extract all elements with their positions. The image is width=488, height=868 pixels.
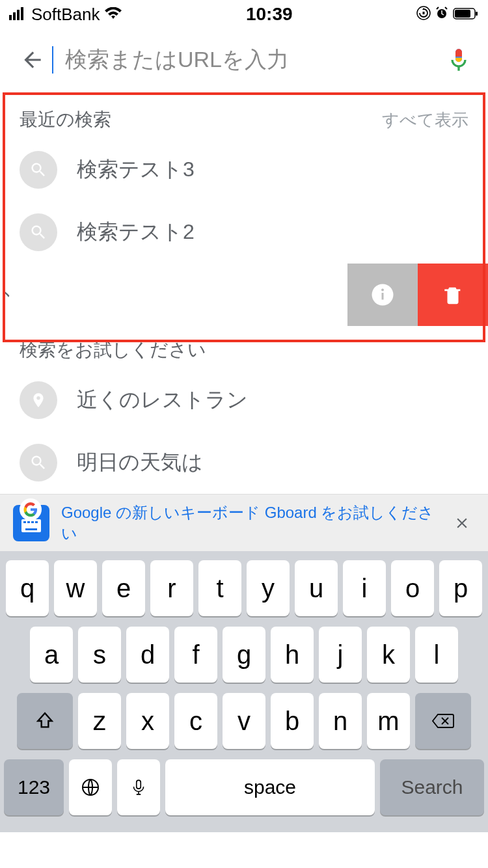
svg-point-12 — [381, 289, 384, 292]
key-h[interactable]: h — [271, 627, 314, 683]
svg-rect-9 — [476, 12, 478, 16]
keyboard-row-4: 123 space Search — [4, 759, 484, 815]
delete-button[interactable] — [418, 264, 488, 326]
key-mic[interactable] — [117, 759, 160, 815]
key-b[interactable]: b — [271, 693, 314, 749]
svg-rect-3 — [21, 7, 23, 20]
search-header — [0, 29, 488, 90]
key-space[interactable]: space — [165, 759, 375, 815]
keyboard-row-2: a s d f g h j k l — [4, 627, 484, 683]
key-g[interactable]: g — [223, 627, 265, 683]
svg-rect-14 — [23, 521, 26, 523]
key-x[interactable]: x — [126, 693, 169, 749]
info-button[interactable] — [347, 264, 418, 326]
status-time: 10:39 — [246, 4, 293, 25]
key-d[interactable]: d — [126, 627, 169, 683]
status-bar: SoftBank 10:39 — [0, 0, 488, 29]
rotation-lock-icon — [416, 5, 431, 25]
key-m[interactable]: m — [367, 693, 410, 749]
svg-rect-18 — [25, 528, 37, 530]
svg-rect-8 — [455, 10, 470, 18]
svg-rect-17 — [35, 521, 38, 523]
key-e[interactable]: e — [102, 560, 145, 616]
svg-rect-5 — [422, 12, 424, 14]
key-v[interactable]: v — [223, 693, 265, 749]
key-y[interactable]: y — [247, 560, 290, 616]
svg-rect-20 — [137, 780, 141, 789]
key-z[interactable]: z — [78, 693, 121, 749]
status-right — [416, 5, 479, 25]
signal-icon — [9, 5, 27, 25]
recent-search-item[interactable]: 検索テスト3 — [0, 139, 488, 201]
search-icon — [20, 151, 57, 189]
software-keyboard: q w e r t y u i o p a s d f g h j k l z … — [0, 551, 488, 832]
gboard-icon — [13, 505, 49, 541]
key-i[interactable]: i — [343, 560, 386, 616]
carrier-label: SoftBank — [31, 5, 100, 25]
recent-search-label: 検索テスト3 — [77, 156, 195, 184]
google-g-icon — [20, 498, 42, 521]
banner-text[interactable]: Google の新しいキーボード Gboard をお試しください — [61, 502, 449, 544]
banner-close-button[interactable] — [449, 510, 475, 536]
search-icon — [20, 444, 57, 481]
key-t[interactable]: t — [198, 560, 241, 616]
voice-search-button[interactable] — [442, 47, 475, 73]
key-q[interactable]: q — [6, 560, 49, 616]
key-l[interactable]: l — [415, 627, 458, 683]
swiped-item-label-fragment: ﾄ — [0, 264, 347, 326]
key-f[interactable]: f — [174, 627, 217, 683]
key-j[interactable]: j — [319, 627, 362, 683]
key-backspace[interactable] — [415, 693, 471, 749]
suggestions-header: 検索をお試しください — [0, 326, 488, 369]
key-s[interactable]: s — [78, 627, 121, 683]
key-w[interactable]: w — [54, 560, 97, 616]
alarm-icon — [435, 5, 449, 25]
back-button[interactable] — [13, 47, 52, 72]
keyboard-row-1: q w e r t y u i o p — [4, 560, 484, 616]
keyboard-row-3: z x c v b n m — [4, 693, 484, 749]
svg-rect-11 — [382, 293, 384, 300]
recent-searches-title: 最近の検索 — [20, 107, 111, 132]
suggestion-item[interactable]: 明日の天気は — [0, 431, 488, 494]
key-u[interactable]: u — [295, 560, 338, 616]
recent-search-label: 検索テスト2 — [77, 218, 195, 247]
svg-rect-16 — [31, 521, 34, 523]
svg-rect-0 — [9, 15, 12, 20]
key-r[interactable]: r — [150, 560, 193, 616]
key-c[interactable]: c — [174, 693, 217, 749]
search-input-wrapper[interactable] — [52, 46, 442, 74]
key-search[interactable]: Search — [380, 759, 484, 815]
recent-search-item-swiped[interactable]: ﾄ — [0, 264, 488, 326]
suggestion-item[interactable]: 近くのレストラン — [0, 369, 488, 431]
recent-searches-header: 最近の検索 すべて表示 — [0, 90, 488, 139]
suggestion-label: 近くのレストラン — [77, 386, 248, 414]
search-input[interactable] — [53, 47, 442, 72]
wifi-icon — [104, 5, 122, 25]
key-p[interactable]: p — [439, 560, 482, 616]
key-123[interactable]: 123 — [4, 759, 64, 815]
status-left: SoftBank — [9, 5, 122, 25]
show-all-button[interactable]: すべて表示 — [382, 109, 468, 131]
key-shift[interactable] — [17, 693, 73, 749]
suggestion-label: 明日の天気は — [77, 448, 203, 477]
pin-icon — [20, 381, 57, 419]
svg-rect-1 — [13, 12, 16, 20]
battery-icon — [453, 5, 479, 25]
key-o[interactable]: o — [391, 560, 434, 616]
svg-rect-15 — [27, 521, 30, 523]
suggestions-title: 検索をお試しください — [20, 338, 206, 362]
key-n[interactable]: n — [319, 693, 362, 749]
key-a[interactable]: a — [30, 627, 73, 683]
key-k[interactable]: k — [367, 627, 410, 683]
recent-search-item[interactable]: 検索テスト2 — [0, 201, 488, 264]
svg-rect-2 — [17, 10, 20, 20]
gboard-banner: Google の新しいキーボード Gboard をお試しください — [0, 494, 488, 551]
search-icon — [20, 213, 57, 251]
key-globe[interactable] — [69, 759, 112, 815]
